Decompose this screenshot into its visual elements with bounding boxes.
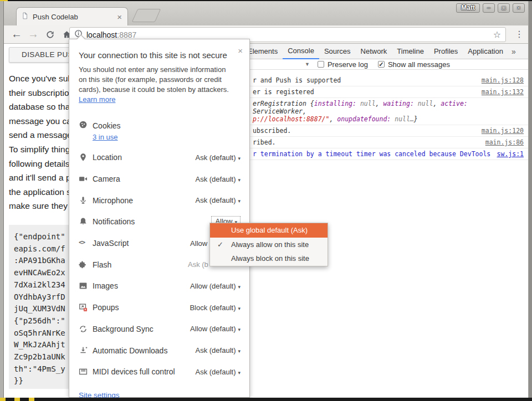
page-icon <box>21 12 29 22</box>
show-all-messages-checkbox[interactable]: ✓ <box>378 61 385 68</box>
code-icon: <> <box>79 239 88 248</box>
bookmark-star-icon[interactable]: ☆ <box>493 29 501 40</box>
minimize-button[interactable]: − <box>483 3 495 13</box>
permission-row-background-sync: Background Sync Allow (default)▾ <box>69 318 249 340</box>
window-frame-right <box>528 1 532 401</box>
permission-row-midi: MIDI devices full control Ask (default)▾ <box>69 361 249 383</box>
chevron-down-icon: ▾ <box>238 198 241 204</box>
source-link[interactable]: main.js:120 <box>482 127 524 135</box>
chevron-down-icon: ▾ <box>238 327 241 332</box>
sync-icon <box>79 325 88 333</box>
tab-profiles[interactable]: Profiles <box>429 44 463 59</box>
permission-row-microphone: Microphone Ask (default)▾ <box>69 189 249 211</box>
location-setting-dropdown[interactable]: Ask (default)▾ <box>195 153 241 162</box>
cookies-in-use-link[interactable]: 3 in use <box>93 133 121 141</box>
source-link[interactable]: main.js:86 <box>485 138 524 146</box>
microphone-icon <box>79 196 88 205</box>
popups-setting-dropdown[interactable]: Block (default)▾ <box>190 304 241 312</box>
console-log: main.js:128 r and Push is supported main… <box>243 70 528 160</box>
permission-row-camera: Camera Ask (default)▾ <box>69 168 249 190</box>
menu-item-always-block[interactable]: Always block on this site <box>210 251 328 266</box>
cookie-icon <box>79 120 88 131</box>
site-info-popup: × Your connection to this site is not se… <box>69 39 250 398</box>
tab-timeline[interactable]: Timeline <box>392 44 429 59</box>
preserve-log-label[interactable]: Preserve log <box>328 60 368 69</box>
flash-setting-dropdown[interactable]: Ask (b <box>188 260 208 269</box>
chevron-down-icon: ▾ <box>238 306 241 311</box>
popup-body: You should not enter any sensitive infor… <box>79 65 229 105</box>
browser-window: Matt − □ × Push Codelab × ← → localhost:… <box>0 0 532 401</box>
popup-title: Your connection to this site is not secu… <box>79 50 227 60</box>
console-message: main.js:120 ubscribed. <box>243 125 528 137</box>
url-host: localhost <box>86 30 117 39</box>
automatic-downloads-setting-dropdown[interactable]: Ask (default)▾ <box>195 346 241 354</box>
camera-setting-dropdown[interactable]: Ask (default)▾ <box>195 175 241 183</box>
midi-setting-dropdown[interactable]: Ask (default)▾ <box>195 368 241 376</box>
tab-close-icon[interactable]: × <box>116 13 123 21</box>
close-window-button[interactable]: × <box>513 3 525 13</box>
permission-row-location: Location Ask (default)▾ <box>69 147 249 168</box>
url-port: :8887 <box>117 30 136 39</box>
tab-title: Push Codelab <box>33 13 116 21</box>
notifications-dropdown-menu: Use global default (Ask) ✓Always allow o… <box>209 223 328 266</box>
source-link[interactable]: main.js:128 <box>482 76 524 84</box>
camera-icon <box>79 174 88 183</box>
images-setting-dropdown[interactable]: Allow (default)▾ <box>190 282 241 290</box>
preserve-log-checkbox[interactable] <box>318 61 324 68</box>
popup-blocked-icon <box>79 303 88 312</box>
reload-icon[interactable] <box>43 27 57 42</box>
permission-row-images: Images Allow (default)▾ <box>69 275 249 297</box>
devtools-panel: Elements Console Sources Network Timelin… <box>242 44 528 398</box>
window-frame-left <box>0 1 4 401</box>
back-icon[interactable]: ← <box>9 27 24 42</box>
piano-keys-icon <box>79 367 88 376</box>
learn-more-link[interactable]: Learn more <box>79 95 115 104</box>
location-pin-icon <box>79 153 88 162</box>
chevron-down-icon: ▾ <box>238 284 241 290</box>
permission-row-automatic-downloads: Automatic Downloads Ask (default)▾ <box>69 340 249 361</box>
puzzle-piece-icon <box>79 260 88 269</box>
new-tab-button[interactable] <box>132 9 161 22</box>
browser-menu-icon[interactable]: ⋮ <box>513 27 526 42</box>
image-icon <box>79 281 88 290</box>
forward-icon[interactable]: → <box>26 27 40 42</box>
tab-network[interactable]: Network <box>356 44 392 59</box>
chevron-down-icon: ▾ <box>238 156 241 161</box>
console-message: main.js:128 r and Push is supported <box>243 70 528 86</box>
tab-overflow-icon[interactable]: » <box>508 47 519 56</box>
tab-application[interactable]: Application <box>463 44 508 59</box>
console-object-preview[interactable]: erRegistration {installing: null, waitin… <box>243 98 528 125</box>
filter-dropdown-icon[interactable]: ▼ <box>305 61 310 67</box>
cookies-label: Cookies <box>93 121 121 130</box>
chevron-down-icon: ▾ <box>238 348 241 354</box>
popup-close-icon[interactable]: × <box>238 46 243 55</box>
console-toolbar: ▼ Preserve log ✓ Show all messages <box>243 59 528 70</box>
browser-tab[interactable]: Push Codelab × <box>16 7 128 25</box>
tab-sources[interactable]: Sources <box>319 44 356 59</box>
menu-item-always-allow[interactable]: ✓Always allow on this site <box>210 238 328 252</box>
console-message: main.js:132 er is registered <box>243 86 528 98</box>
tab-console[interactable]: Console <box>283 44 319 59</box>
menu-item-global-default[interactable]: Use global default (Ask) <box>210 223 328 238</box>
devtools-tab-bar: Elements Console Sources Network Timelin… <box>243 44 528 59</box>
maximize-button[interactable]: □ <box>498 3 510 13</box>
popup-arrow <box>76 34 86 39</box>
download-icon <box>79 346 88 355</box>
titlebar: Matt − □ × Push Codelab × <box>4 1 528 25</box>
cookies-section: Cookies 3 in use <box>79 120 121 141</box>
background-sync-setting-dropdown[interactable]: Allow (default)▾ <box>190 325 241 333</box>
window-frame-bottom <box>0 398 532 401</box>
user-menu-button[interactable]: Matt <box>456 3 480 13</box>
chevron-down-icon: ▾ <box>238 177 241 183</box>
show-all-messages-label[interactable]: Show all messages <box>388 60 450 69</box>
source-link[interactable]: main.js:132 <box>482 88 524 96</box>
window-frame-top <box>0 0 532 1</box>
console-message: main.js:86 ribed. <box>243 137 528 148</box>
chevron-down-icon: ▾ <box>238 370 241 376</box>
source-link[interactable]: sw.js:1 <box>497 150 524 158</box>
bell-icon <box>79 217 88 226</box>
microphone-setting-dropdown[interactable]: Ask (default)▾ <box>195 196 241 204</box>
console-message: sw.js:1 r termination by a timeout timer… <box>243 148 528 160</box>
check-icon: ✓ <box>217 238 223 252</box>
permission-row-popups: Popups Block (default)▾ <box>69 297 249 318</box>
